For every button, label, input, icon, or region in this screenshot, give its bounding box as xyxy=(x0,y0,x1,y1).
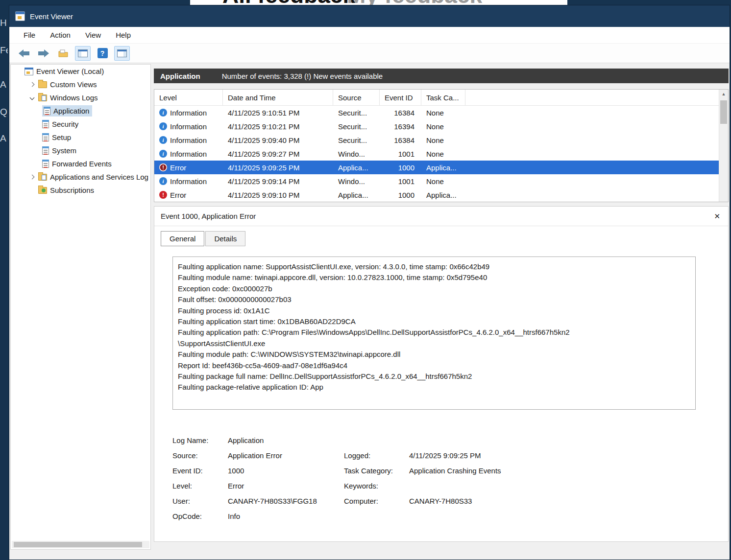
event-id-value: 1000 xyxy=(228,466,344,476)
menu-help[interactable]: Help xyxy=(109,28,137,42)
tree-item-applications-and-services-log[interactable]: Applications and Services Log xyxy=(11,170,150,184)
information-icon: i xyxy=(159,109,167,117)
tree-item-label: Custom Views xyxy=(50,80,97,89)
tree-item-label: Setup xyxy=(52,133,71,141)
open-saved-log-button[interactable] xyxy=(55,46,71,61)
log-summary: Number of events: 3,328 (!) New events a… xyxy=(222,72,383,80)
user-label: User: xyxy=(172,496,228,506)
title-bar[interactable]: Event Viewer xyxy=(9,5,730,27)
tree-item-windows-logs[interactable]: Windows Logs xyxy=(11,91,150,104)
table-row[interactable]: iInformation 4/11/2025 9:10:51 PM Securi… xyxy=(154,106,728,119)
help-button[interactable]: ? xyxy=(95,46,110,61)
computer-label: Computer: xyxy=(344,496,409,506)
column-header-level[interactable]: Level xyxy=(154,90,223,105)
event-detail-pane: Event 1000, Application Error ✕ General … xyxy=(154,206,729,542)
tree-item-event-viewer-local[interactable]: Event Viewer (Local) xyxy=(11,65,150,78)
console-tree-icon xyxy=(78,49,88,57)
custom-views-folder-icon xyxy=(38,81,47,88)
column-header-datetime[interactable]: Date and Time xyxy=(223,90,333,105)
console-tree-panel: Event Viewer (Local) Custom Views Window… xyxy=(10,64,151,550)
tree-item-system[interactable]: System xyxy=(11,144,150,157)
collapse-chevron-icon[interactable] xyxy=(28,94,35,101)
tree-item-label: Applications and Services Log xyxy=(50,173,148,181)
menu-bar: File Action View Help xyxy=(9,27,730,44)
tree-item-subscriptions[interactable]: Subscriptions xyxy=(11,184,150,197)
error-icon: ! xyxy=(159,191,167,199)
table-row[interactable]: iInformation 4/11/2025 9:09:40 PM Securi… xyxy=(154,133,728,147)
security-log-icon xyxy=(42,120,49,128)
application-log-icon xyxy=(44,107,50,115)
user-value: CANARY-7H80S33\FGG18 xyxy=(228,496,344,506)
information-icon: i xyxy=(159,177,167,185)
table-row[interactable]: iInformation 4/11/2025 9:09:14 PM Windo.… xyxy=(154,174,728,188)
tree-horizontal-scrollbar[interactable] xyxy=(12,541,149,548)
expand-chevron-icon[interactable] xyxy=(28,81,35,88)
close-icon[interactable]: ✕ xyxy=(714,212,720,221)
help-icon: ? xyxy=(97,48,108,58)
tree-item-application[interactable]: Application xyxy=(11,104,150,117)
menu-view[interactable]: View xyxy=(79,28,107,42)
menu-file[interactable]: File xyxy=(17,28,42,42)
tab-details[interactable]: Details xyxy=(205,231,245,246)
table-row[interactable]: iInformation 4/11/2025 9:09:27 PM Windo.… xyxy=(154,147,728,161)
events-table: Level Date and Time Source Event ID Task… xyxy=(154,89,729,202)
column-header-source[interactable]: Source xyxy=(333,90,380,105)
column-header-task-category[interactable]: Task Ca... xyxy=(421,90,465,105)
scrollbar-thumb[interactable] xyxy=(720,100,727,124)
tab-general[interactable]: General xyxy=(161,231,204,246)
table-row[interactable]: iInformation 4/11/2025 9:10:21 PM Securi… xyxy=(154,119,728,133)
log-name-value: Application xyxy=(228,435,344,445)
source-label: Source: xyxy=(172,450,228,461)
tree-item-label: Application xyxy=(53,107,89,115)
open-saved-log-icon xyxy=(58,49,68,57)
back-icon xyxy=(19,49,29,57)
event-viewer-window: Event Viewer File Action View Help ? xyxy=(9,5,730,560)
window-title: Event Viewer xyxy=(30,12,73,21)
log-summary-bar: Application Number of events: 3,328 (!) … xyxy=(154,69,729,83)
keywords-value xyxy=(409,481,718,491)
events-vertical-scrollbar[interactable]: ▲ xyxy=(719,90,728,202)
detail-header: Event 1000, Application Error ✕ xyxy=(154,207,728,226)
background-fragment: H xyxy=(0,18,8,28)
main-panel: Application Number of events: 3,328 (!) … xyxy=(154,64,729,560)
tree-item-custom-views[interactable]: Custom Views xyxy=(11,78,150,91)
event-viewer-logo-icon xyxy=(15,11,25,21)
computer-value: CANARY-7H80S33 xyxy=(409,496,718,506)
forward-button[interactable] xyxy=(36,46,51,61)
back-button[interactable] xyxy=(16,46,32,61)
tree-item-security[interactable]: Security xyxy=(11,117,150,131)
information-icon: i xyxy=(159,122,167,130)
event-id-label: Event ID: xyxy=(172,466,228,476)
background-fragment: Q xyxy=(0,107,8,117)
expand-chevron-icon[interactable] xyxy=(28,174,35,181)
windows-logs-folder-icon xyxy=(38,94,47,101)
table-header: Level Date and Time Source Event ID Task… xyxy=(154,90,728,106)
selected-tree-item[interactable]: Application xyxy=(42,105,92,117)
column-header-event-id[interactable]: Event ID xyxy=(380,90,421,105)
scroll-up-icon[interactable]: ▲ xyxy=(719,90,728,98)
scrollbar-thumb[interactable] xyxy=(14,542,142,547)
level-label: Level: xyxy=(172,481,228,491)
background-fragment: Fe xyxy=(0,45,8,56)
event-message-box[interactable]: Faulting application name: SupportAssist… xyxy=(172,257,696,410)
log-name: Application xyxy=(160,72,200,80)
logged-value: 4/11/2025 9:09:25 PM xyxy=(409,450,718,461)
toolbar: ? xyxy=(9,44,730,63)
applications-services-folder-icon xyxy=(38,174,47,181)
action-pane-toggle-button[interactable] xyxy=(114,46,130,61)
tree-item-label: Security xyxy=(52,120,78,128)
logged-label: Logged: xyxy=(344,450,409,461)
tree-item-label: Event Viewer (Local) xyxy=(36,67,104,75)
console-tree-toggle-button[interactable] xyxy=(75,46,91,61)
keywords-label: Keywords: xyxy=(344,481,409,491)
tree-item-setup[interactable]: Setup xyxy=(11,131,150,144)
table-row[interactable]: !Error 4/11/2025 9:09:10 PM Applica... 1… xyxy=(154,188,728,202)
background-fragment: A xyxy=(0,79,8,90)
tree-item-label: Windows Logs xyxy=(50,93,98,102)
opcode-value: Info xyxy=(228,511,344,521)
error-icon: ! xyxy=(159,163,167,171)
table-row-selected[interactable]: !Error 4/11/2025 9:09:25 PM Applica... 1… xyxy=(154,161,728,174)
task-category-value: Application Crashing Events xyxy=(409,466,718,476)
tree-item-forwarded-events[interactable]: Forwarded Events xyxy=(11,157,150,170)
menu-action[interactable]: Action xyxy=(44,28,77,42)
